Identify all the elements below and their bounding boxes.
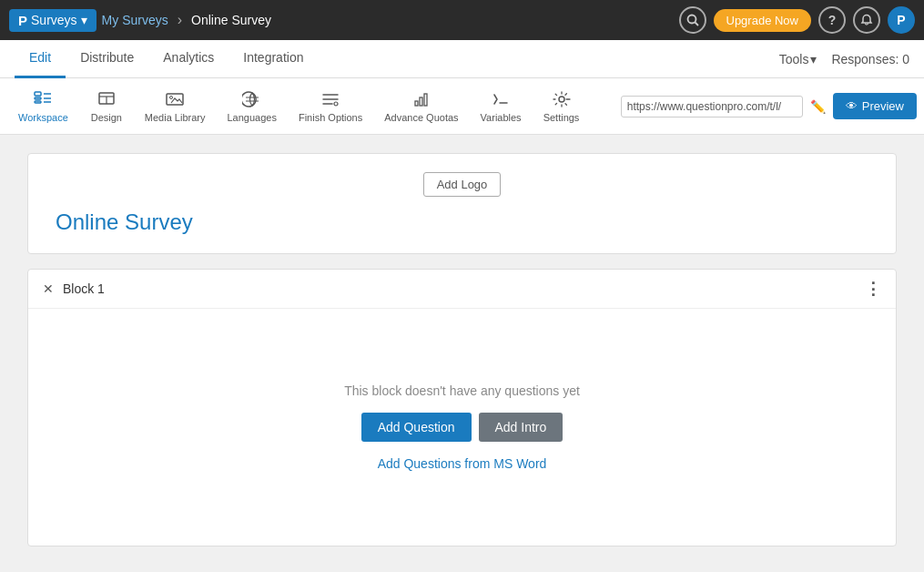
responses-count: Responses: 0 (831, 52, 909, 66)
top-nav-left: P Surveys ▾ My Surveys › Online Survey (9, 9, 271, 32)
notifications-icon-button[interactable] (853, 6, 880, 34)
add-logo-button[interactable]: Add Logo (423, 172, 502, 197)
block-header: ✕ Block 1 ⋮ (28, 270, 896, 309)
tab-analytics[interactable]: Analytics (148, 40, 228, 78)
variables-toolbar-item[interactable]: Variables (470, 85, 533, 128)
help-icon: ? (828, 13, 837, 27)
svg-point-12 (170, 96, 173, 98)
search-icon-button[interactable] (679, 6, 706, 34)
search-icon (686, 14, 699, 26)
add-question-button[interactable]: Add Question (361, 413, 472, 442)
tools-menu-button[interactable]: Tools ▾ (779, 52, 817, 66)
block-actions: Add Question Add Intro (361, 413, 564, 442)
svg-point-0 (687, 15, 696, 24)
tab-navigation: Edit Distribute Analytics Integration To… (0, 40, 924, 78)
advance-quotas-toolbar-item[interactable]: Advance Quotas (373, 85, 469, 128)
my-surveys-breadcrumb[interactable]: My Surveys (102, 13, 168, 27)
media-library-icon (165, 90, 185, 108)
workspace-label: Workspace (18, 112, 68, 123)
block-card: ✕ Block 1 ⋮ This block doesn't have any … (27, 269, 897, 546)
survey-header-card: Add Logo Online Survey (27, 153, 897, 254)
add-intro-button[interactable]: Add Intro (479, 413, 564, 442)
languages-icon (242, 90, 262, 108)
block-body: This block doesn't have any questions ye… (28, 309, 896, 546)
upgrade-now-button[interactable]: Upgrade Now (714, 9, 812, 32)
svg-point-17 (559, 97, 564, 102)
preview-label: Preview (862, 99, 904, 113)
workspace-icon (33, 90, 53, 108)
collapse-block-icon[interactable]: ✕ (43, 281, 54, 296)
profile-icon-button[interactable]: P (888, 6, 915, 34)
advance-quotas-label: Advance Quotas (384, 112, 458, 123)
surveys-logo: P (18, 13, 27, 28)
edit-url-button[interactable]: ✏️ (810, 99, 826, 114)
toolbar-left: Workspace Design Media Library (7, 85, 590, 128)
variables-icon (491, 90, 511, 108)
surveys-dropdown-arrow: ▾ (81, 13, 87, 27)
svg-rect-14 (415, 101, 418, 106)
tab-distribute[interactable]: Distribute (66, 40, 148, 78)
settings-label: Settings (543, 112, 580, 123)
svg-rect-11 (167, 94, 183, 105)
tab-edit[interactable]: Edit (15, 40, 66, 78)
profile-icon: P (897, 13, 905, 27)
svg-line-1 (695, 23, 698, 26)
svg-rect-3 (35, 97, 41, 99)
tab-nav-left: Edit Distribute Analytics Integration (15, 40, 318, 78)
survey-url-input[interactable] (621, 96, 803, 117)
help-icon-button[interactable]: ? (818, 6, 846, 34)
finish-options-label: Finish Options (299, 112, 362, 123)
breadcrumb-separator: › (178, 12, 182, 28)
media-library-label: Media Library (145, 112, 206, 123)
svg-point-13 (334, 102, 338, 106)
block-header-left: ✕ Block 1 (43, 281, 105, 296)
tools-arrow-icon: ▾ (810, 52, 817, 66)
main-content: Add Logo Online Survey ✕ Block 1 ⋮ This … (0, 135, 924, 572)
media-library-toolbar-item[interactable]: Media Library (134, 85, 217, 128)
block-menu-icon[interactable]: ⋮ (865, 279, 881, 299)
finish-options-toolbar-item[interactable]: Finish Options (288, 85, 373, 128)
svg-rect-16 (424, 94, 427, 106)
tab-nav-right: Tools ▾ Responses: 0 (779, 52, 909, 66)
svg-rect-15 (420, 97, 422, 106)
tools-label: Tools (779, 52, 809, 66)
block-empty-text: This block doesn't have any questions ye… (344, 383, 580, 398)
languages-toolbar-item[interactable]: Languages (216, 85, 287, 128)
survey-title: Online Survey (56, 209, 193, 235)
current-survey-breadcrumb: Online Survey (191, 13, 271, 27)
finish-options-icon (320, 90, 340, 108)
advance-quotas-icon (411, 90, 432, 108)
bell-icon (860, 14, 873, 26)
top-nav-right: Upgrade Now ? P (679, 6, 916, 34)
add-questions-from-word-button[interactable]: Add Questions from MS Word (378, 456, 547, 471)
surveys-label: Surveys (31, 13, 77, 27)
workspace-toolbar-item[interactable]: Workspace (7, 85, 79, 128)
settings-toolbar-item[interactable]: Settings (533, 85, 591, 128)
svg-rect-4 (35, 101, 41, 103)
languages-label: Languages (227, 112, 276, 123)
tab-integration[interactable]: Integration (228, 40, 318, 78)
top-navigation: P Surveys ▾ My Surveys › Online Survey U… (0, 0, 924, 40)
design-toolbar-item[interactable]: Design (79, 85, 134, 128)
toolbar-right: ✏️ 👁 Preview (621, 93, 917, 119)
design-label: Design (91, 112, 122, 123)
design-icon (96, 90, 117, 108)
toolbar: Workspace Design Media Library (0, 78, 924, 135)
surveys-dropdown-button[interactable]: P Surveys ▾ (9, 9, 96, 32)
block-title: Block 1 (63, 281, 105, 296)
preview-button[interactable]: 👁 Preview (833, 93, 917, 119)
eye-icon: 👁 (846, 99, 858, 113)
svg-rect-2 (35, 92, 41, 96)
settings-icon (552, 90, 572, 108)
variables-label: Variables (481, 112, 522, 123)
